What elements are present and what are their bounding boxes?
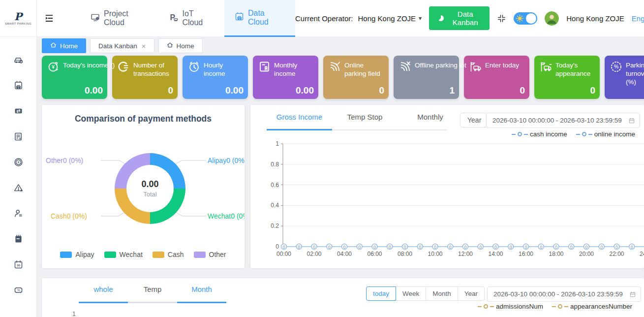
legend-item-other[interactable]: Other bbox=[194, 251, 226, 258]
tab-temp[interactable]: Temp bbox=[128, 285, 177, 293]
sidebar-item-alerts[interactable] bbox=[7, 176, 29, 201]
language-link[interactable]: English bbox=[632, 14, 644, 23]
legend-item-cash[interactable]: Cash bbox=[153, 251, 184, 258]
coupon-icon: % bbox=[13, 285, 24, 297]
callout-other: Other0 (0%) bbox=[46, 157, 83, 164]
year-range-button[interactable]: Year bbox=[460, 113, 489, 127]
nav-item-iot-cloud[interactable]: P IoT Cloud bbox=[158, 0, 224, 37]
monthly-doc-icon bbox=[258, 60, 271, 75]
date-range-input[interactable] bbox=[487, 117, 628, 124]
operator-dropdown[interactable]: Current Operator: Hong Kong ZOJE ▾ bbox=[295, 14, 422, 23]
svg-text:¥: ¥ bbox=[17, 160, 19, 164]
range-button-year[interactable]: Year bbox=[458, 286, 485, 301]
stat-card-value: 1 bbox=[449, 85, 455, 96]
svg-text:0: 0 bbox=[389, 245, 391, 250]
money-cycle-icon: ¥ bbox=[47, 60, 60, 75]
data-cloud-icon bbox=[234, 11, 245, 24]
cloud-menu: Project Cloud P IoT Cloud Data Cloud bbox=[80, 0, 295, 37]
svg-text:0: 0 bbox=[434, 245, 436, 250]
svg-text:0: 0 bbox=[403, 245, 406, 250]
svg-text:16:00: 16:00 bbox=[519, 251, 533, 257]
range-button-week[interactable]: Week bbox=[396, 286, 426, 301]
legend-item-wechat[interactable]: Wechat bbox=[104, 251, 143, 258]
home-icon bbox=[167, 42, 173, 50]
home-icon bbox=[50, 42, 57, 50]
sidebar-item-coupons[interactable]: % bbox=[7, 278, 29, 304]
stat-card-value: 0.00 bbox=[296, 85, 314, 96]
close-icon[interactable]: × bbox=[142, 42, 146, 50]
svg-text:0: 0 bbox=[328, 245, 331, 250]
tab-month[interactable]: Month bbox=[177, 285, 226, 293]
range-button-today[interactable]: today bbox=[366, 286, 396, 301]
stat-card-value: 0 bbox=[590, 85, 595, 96]
sidebar-item-parking-records[interactable] bbox=[7, 73, 29, 99]
tab-data-kanban[interactable]: Data Kanban × bbox=[90, 38, 154, 53]
fullscreen-compress-icon[interactable] bbox=[497, 14, 506, 23]
warning-icon bbox=[13, 183, 24, 194]
sidebar-item-vehicle-management[interactable] bbox=[7, 48, 29, 73]
tab-gross-income[interactable]: Gross Income bbox=[267, 113, 332, 121]
breadcrumb-tabs: Home Data Kanban × Home bbox=[42, 38, 203, 53]
donut-total-value: 0.00 bbox=[141, 179, 158, 190]
svg-text:0: 0 bbox=[494, 245, 497, 250]
chevron-down-icon: ▾ bbox=[419, 15, 422, 22]
svg-text:12:00: 12:00 bbox=[458, 251, 473, 257]
svg-text:08:00: 08:00 bbox=[398, 251, 412, 257]
tab-temp-stop[interactable]: Temp Stop bbox=[332, 113, 398, 121]
tab-home-active[interactable]: Home bbox=[42, 38, 86, 53]
flow-tabs: whole Temp Month bbox=[79, 285, 226, 293]
clipboard-car-icon bbox=[13, 80, 24, 92]
legend-swatch bbox=[153, 252, 164, 258]
callout-alipay: Alipay0 (0%) bbox=[208, 157, 245, 164]
menu-fold-icon[interactable] bbox=[44, 13, 55, 24]
legend-swatch bbox=[104, 252, 116, 258]
iot-cloud-icon: P bbox=[168, 12, 179, 25]
avatar[interactable] bbox=[545, 11, 559, 26]
data-kanban-button[interactable]: Data Kanban bbox=[429, 6, 490, 30]
stat-card-value: 0 bbox=[520, 85, 525, 96]
tab-home[interactable]: Home bbox=[158, 38, 203, 53]
legend-label: Other bbox=[209, 251, 226, 258]
tab-label: Home bbox=[177, 42, 194, 50]
flow-date-range-picker[interactable] bbox=[487, 286, 641, 302]
sidebar-item-monthly-card[interactable]: 30 bbox=[7, 253, 29, 278]
income-tabs: Gross Income Temp Stop Monthly bbox=[267, 113, 463, 121]
theme-toggle[interactable] bbox=[514, 12, 537, 25]
svg-text:0: 0 bbox=[276, 243, 279, 250]
sidebar-item-in-out[interactable] bbox=[7, 99, 29, 125]
legend-swatch bbox=[60, 252, 72, 258]
sidebar-item-members[interactable] bbox=[7, 201, 29, 227]
stat-card-todays-appearance: Today's appearance 0 bbox=[534, 56, 600, 99]
svg-text:0: 0 bbox=[555, 245, 557, 250]
stat-card-value: 0.00 bbox=[85, 85, 103, 96]
sun-icon bbox=[516, 14, 524, 23]
legend-swatch bbox=[194, 252, 206, 258]
truck-enter-icon bbox=[469, 60, 482, 75]
flow-y-axis-tick: 1 bbox=[72, 311, 76, 317]
income-date-range-picker[interactable] bbox=[486, 113, 640, 128]
stat-card-title: Today's income () bbox=[63, 60, 115, 70]
legend-label: Wechat bbox=[120, 251, 143, 258]
nav-item-project-cloud[interactable]: Project Cloud bbox=[80, 0, 158, 37]
stat-card-title: Hourly income bbox=[204, 60, 243, 78]
tab-monthly[interactable]: Monthly bbox=[398, 113, 463, 121]
svg-text:0: 0 bbox=[449, 245, 452, 250]
date-range-input[interactable] bbox=[488, 290, 629, 298]
nav-item-data-cloud[interactable]: Data Cloud bbox=[224, 0, 295, 37]
range-button-month[interactable]: Month bbox=[426, 286, 458, 301]
sidebar-item-billing[interactable]: ¥ bbox=[7, 125, 29, 150]
legend-label: appearancesNumber bbox=[570, 303, 632, 310]
svg-text:0: 0 bbox=[585, 245, 587, 250]
operator-value: Hong Kong ZOJE bbox=[358, 14, 416, 23]
wifi-check-icon bbox=[328, 60, 341, 75]
legend-item-admissions[interactable]: admissionsNum bbox=[478, 303, 543, 310]
tab-whole[interactable]: whole bbox=[79, 285, 128, 293]
user-name[interactable]: Hong Kong ZOJE bbox=[566, 14, 624, 23]
sidebar-item-schedule[interactable] bbox=[7, 227, 29, 253]
legend-item-appearances[interactable]: appearancesNumber bbox=[552, 303, 632, 310]
percent-badge-icon: % bbox=[610, 60, 623, 75]
legend-item-alipay[interactable]: Alipay bbox=[60, 251, 94, 258]
svg-text:0: 0 bbox=[631, 245, 633, 250]
svg-text:30: 30 bbox=[17, 263, 20, 267]
sidebar-item-finance[interactable]: ¥ bbox=[7, 150, 29, 176]
